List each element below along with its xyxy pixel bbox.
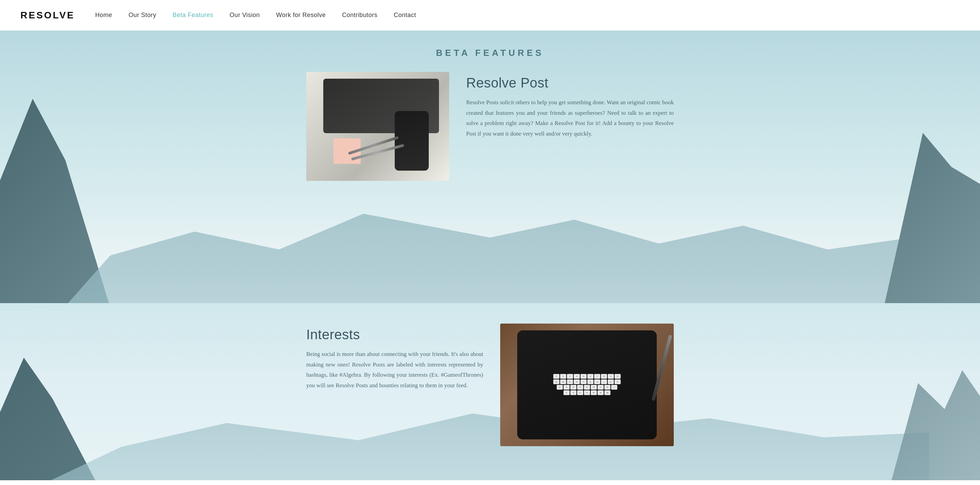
resolve-post-image	[306, 72, 449, 181]
resolve-post-text: Resolve Post Resolve Posts solicit other…	[466, 72, 674, 139]
key-n: N	[598, 390, 604, 395]
key-o: O	[608, 380, 614, 384]
key-9: 9	[608, 374, 614, 379]
key-0: 0	[614, 374, 620, 379]
key-d: D	[570, 385, 576, 389]
keyboard-decoration: 1 2 3 4 5 6 7 8 9 0 Q	[553, 374, 621, 396]
nav-link-our-story[interactable]: Our Story	[129, 11, 156, 18]
key-w: W	[560, 380, 566, 384]
key-l: L	[611, 385, 617, 389]
key-q: Q	[553, 380, 559, 384]
interests-title: Interests	[306, 327, 483, 342]
mountain-left	[0, 99, 109, 303]
nav-item-beta-features[interactable]: Beta Features	[172, 11, 213, 19]
key-b: B	[591, 390, 597, 395]
key-7: 7	[594, 374, 600, 379]
keyboard-row-2: Q W E R T Z U I O P	[553, 380, 621, 384]
interests-section: Interests Being social is more than abou…	[0, 303, 980, 480]
main-content: BETA FEATURES Resolve Post Resolve Posts…	[286, 31, 694, 222]
key-g: G	[584, 385, 590, 389]
nav-item-work-for-resolve[interactable]: Work for Resolve	[276, 11, 326, 19]
key-5: 5	[581, 374, 587, 379]
interests-text: Interests Being social is more than abou…	[306, 324, 483, 391]
site-logo[interactable]: RESOLVE	[21, 10, 75, 21]
nav-link-work-for-resolve[interactable]: Work for Resolve	[276, 11, 326, 18]
key-y: Y	[563, 390, 570, 395]
key-v: V	[584, 390, 590, 395]
key-t: T	[581, 380, 587, 384]
key-f: F	[577, 385, 583, 389]
nav-link-contact[interactable]: Contact	[394, 11, 416, 18]
key-c: C	[577, 390, 583, 395]
mountain-left-2	[0, 344, 95, 480]
nav-item-contact[interactable]: Contact	[394, 11, 416, 19]
nav-link-beta-features[interactable]: Beta Features	[172, 11, 213, 18]
section-title: BETA FEATURES	[306, 44, 674, 58]
key-1: 1	[553, 374, 559, 379]
interests-content: Interests Being social is more than abou…	[286, 303, 694, 467]
beta-features-section: BETA FEATURES Resolve Post Resolve Posts…	[0, 31, 980, 303]
laptop-image	[306, 72, 449, 181]
key-r: R	[574, 380, 580, 384]
mountain-right	[885, 133, 980, 303]
key-a: A	[557, 385, 563, 389]
feature-resolve-post: Resolve Post Resolve Posts solicit other…	[306, 72, 674, 181]
key-8: 8	[601, 374, 607, 379]
key-m: M	[605, 390, 611, 395]
key-h: H	[591, 385, 597, 389]
resolve-post-description: Resolve Posts solicit others to help you…	[466, 97, 674, 139]
key-i: I	[601, 380, 607, 384]
nav-link-our-vision[interactable]: Our Vision	[230, 11, 260, 18]
key-6: 6	[587, 374, 593, 379]
key-z: Z	[587, 380, 593, 384]
interests-image: 1 2 3 4 5 6 7 8 9 0 Q	[500, 324, 674, 446]
key-k: K	[605, 385, 611, 389]
navbar: RESOLVE Home Our Story Beta Features Our…	[0, 0, 980, 31]
nav-links: Home Our Story Beta Features Our Vision …	[95, 11, 416, 19]
key-4: 4	[574, 374, 580, 379]
key-p: P	[614, 380, 620, 384]
key-e: E	[567, 380, 573, 384]
nav-link-contributors[interactable]: Contributors	[342, 11, 377, 18]
nav-item-our-story[interactable]: Our Story	[129, 11, 156, 19]
nav-item-our-vision[interactable]: Our Vision	[230, 11, 260, 19]
phone-image: 1 2 3 4 5 6 7 8 9 0 Q	[500, 324, 674, 446]
nav-item-home[interactable]: Home	[95, 11, 112, 19]
key-x: X	[570, 390, 576, 395]
feature-interests: Interests Being social is more than abou…	[306, 317, 674, 446]
key-2: 2	[560, 374, 566, 379]
interests-description: Being social is more than about connecti…	[306, 349, 483, 391]
nav-link-home[interactable]: Home	[95, 11, 112, 18]
resolve-post-title: Resolve Post	[466, 75, 674, 91]
keyboard-row-1: 1 2 3 4 5 6 7 8 9 0	[553, 374, 621, 379]
key-j: J	[598, 385, 604, 389]
key-u: U	[594, 380, 600, 384]
key-s: S	[563, 385, 570, 389]
keyboard-row-4: Y X C V B N M	[553, 390, 621, 395]
mountain-right-2	[891, 351, 980, 480]
key-3: 3	[567, 374, 573, 379]
nav-item-contributors[interactable]: Contributors	[342, 11, 377, 19]
keyboard-row-3: A S D F G H J K L	[553, 385, 621, 389]
